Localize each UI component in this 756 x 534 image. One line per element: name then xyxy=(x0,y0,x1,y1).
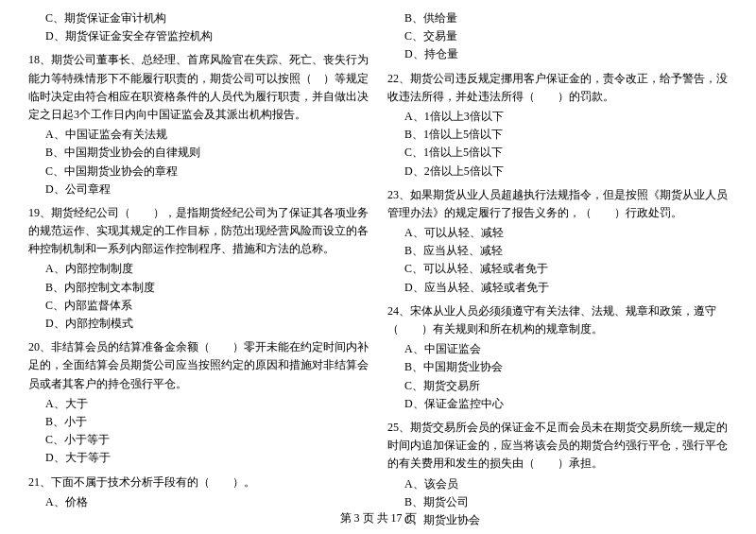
q24-text: 24、宋体从业人员必须须遵守有关法律、法规、规章和政策，遵守（ ）有关规则和所在… xyxy=(387,302,728,338)
q24-a: A、中国证监会 xyxy=(387,340,728,358)
q20-d: D、大于等于 xyxy=(28,449,369,467)
q19-c: C、内部监督体系 xyxy=(28,297,369,315)
q24-c: C、期货交易所 xyxy=(387,377,728,395)
question-24: 24、宋体从业人员必须须遵守有关法律、法规、规章和政策，遵守（ ）有关规则和所在… xyxy=(387,302,728,413)
q22-text: 22、期货公司违反规定挪用客户保证金的，责令改正，给予警告，没收违法所得，并处违… xyxy=(387,70,728,106)
q22-d: D、2倍以上5倍以下 xyxy=(387,163,728,181)
q22-b: B、1倍以上5倍以下 xyxy=(387,126,728,144)
page: C、期货保证金审计机构 D、期货保证金安全存管监控机构 18、期货公司董事长、总… xyxy=(0,0,756,534)
question-22: 22、期货公司违反规定挪用客户保证金的，责令改正，给予警告，没收违法所得，并处违… xyxy=(387,70,728,181)
q24-d: D、保证金监控中心 xyxy=(387,395,728,413)
q20-b: B、小于 xyxy=(28,413,369,431)
q20-a: A、大于 xyxy=(28,395,369,413)
q20-c: C、小于等于 xyxy=(28,431,369,449)
q19-b: B、内部控制文本制度 xyxy=(28,279,369,297)
q18-text: 18、期货公司董事长、总经理、首席风险官在失踪、死亡、丧失行为能力等特殊情形下不… xyxy=(28,51,369,124)
q19-d: D、内部控制模式 xyxy=(28,315,369,333)
question-21: 21、下面不属于技术分析手段有的（ ）。 A、价格 xyxy=(28,474,369,511)
right-item-1: B、供给量 C、交易量 D、持仓量 xyxy=(387,9,728,64)
right-item-1-b: B、供给量 xyxy=(387,9,728,27)
q25-b: B、期货公司 xyxy=(387,493,728,511)
q23-b: B、应当从轻、减轻 xyxy=(387,242,728,260)
q21-a: A、价格 xyxy=(28,493,369,511)
q24-b: B、中国期货业协会 xyxy=(387,358,728,376)
q22-c: C、1倍以上5倍以下 xyxy=(387,144,728,162)
q22-a: A、1倍以上3倍以下 xyxy=(387,108,728,126)
left-item-1-c: C、期货保证金审计机构 xyxy=(28,9,369,27)
question-20: 20、非结算会员的结算准备金余额（ ）零开未能在约定时间内补足的，全面结算会员期… xyxy=(28,338,369,467)
q19-a: A、内部控制制度 xyxy=(28,260,369,278)
q25-text: 25、期货交易所会员的保证金不足而会员未在期货交易所统一规定的时间内追加保证金的… xyxy=(387,419,728,474)
q25-a: A、该会员 xyxy=(387,475,728,493)
q23-a: A、可以从轻、减轻 xyxy=(387,224,728,242)
q21-text: 21、下面不属于技术分析手段有的（ ）。 xyxy=(28,474,369,491)
question-23: 23、如果期货从业人员超越执行法规指令，但是按照《期货从业人员管理办法》的规定履… xyxy=(387,186,728,297)
right-item-1-d: D、持仓量 xyxy=(387,45,728,63)
q20-text: 20、非结算会员的结算准备金余额（ ）零开未能在约定时间内补足的，全面结算会员期… xyxy=(28,338,369,393)
left-column: C、期货保证金审计机构 D、期货保证金安全存管监控机构 18、期货公司董事长、总… xyxy=(28,9,378,534)
question-19: 19、期货经纪公司（ ），是指期货经纪公司为了保证其各项业务的规范运作、实现其规… xyxy=(28,204,369,333)
question-18: 18、期货公司董事长、总经理、首席风险官在失踪、死亡、丧失行为能力等特殊情形下不… xyxy=(28,51,369,198)
q18-d: D、公司章程 xyxy=(28,181,369,198)
left-item-1-d: D、期货保证金安全存管监控机构 xyxy=(28,27,369,45)
q23-d: D、应当从轻、减轻或者免于 xyxy=(387,279,728,297)
q23-c: C、可以从轻、减轻或者免于 xyxy=(387,260,728,278)
right-column: B、供给量 C、交易量 D、持仓量 22、期货公司违反规定挪用客户保证金的，责令… xyxy=(378,9,728,534)
q18-b: B、中国期货业协会的自律规则 xyxy=(28,144,369,162)
q18-c: C、中国期货业协会的章程 xyxy=(28,163,369,181)
q18-a: A、中国证监会有关法规 xyxy=(28,126,369,144)
right-item-1-c: C、交易量 xyxy=(387,27,728,45)
page-footer: 第 3 页 共 17 页 xyxy=(0,510,756,526)
content: C、期货保证金审计机构 D、期货保证金安全存管监控机构 18、期货公司董事长、总… xyxy=(28,9,728,534)
left-item-1: C、期货保证金审计机构 D、期货保证金安全存管监控机构 xyxy=(28,9,369,45)
q19-text: 19、期货经纪公司（ ），是指期货经纪公司为了保证其各项业务的规范运作、实现其规… xyxy=(28,204,369,259)
q23-text: 23、如果期货从业人员超越执行法规指令，但是按照《期货从业人员管理办法》的规定履… xyxy=(387,186,728,222)
